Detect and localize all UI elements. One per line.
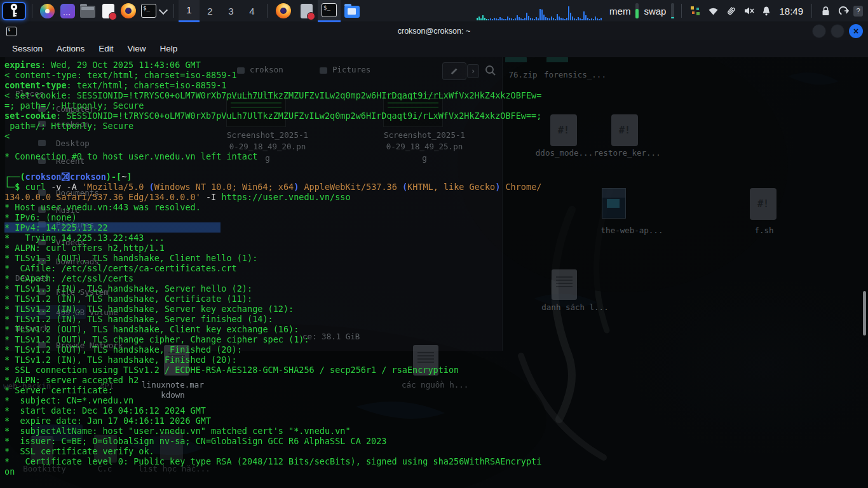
kali-menu-button[interactable] — [2, 2, 26, 20]
terminal-line: * TLSv1.2 (OUT), TLS handshake, Finished… — [4, 344, 541, 355]
panel-separator — [681, 4, 682, 18]
net-bar — [494, 18, 495, 20]
close-button[interactable]: × — [849, 24, 863, 38]
desktop-icon-label[interactable]: restore_ker... — [592, 148, 662, 158]
workspace-3[interactable]: 3 — [220, 0, 241, 22]
network-status-icon[interactable] — [706, 0, 720, 22]
desktop-icon[interactable]: #! — [550, 114, 577, 146]
swap-label: swap — [644, 6, 666, 17]
terminal-scrollbar[interactable] — [863, 291, 866, 336]
desktop-icon-label[interactable]: f.sh — [747, 226, 782, 236]
taskbar-item-text-editor[interactable] — [295, 0, 318, 22]
terminal-line: * IPv4: 14.225.13.22 — [4, 222, 541, 233]
net-bar — [515, 18, 516, 20]
kali-key-icon — [10, 3, 18, 18]
menu-session[interactable]: Session — [5, 44, 50, 53]
launcher-text-editor[interactable] — [98, 2, 118, 20]
desktop-icon[interactable]: #! — [750, 188, 776, 220]
terminal-line — [4, 161, 541, 172]
terminal-icon: $_ — [322, 3, 337, 17]
terminal-line: * issuer: C=BE; O=GlobalSign nv-sa; CN=G… — [4, 436, 541, 446]
help-indicator[interactable]: ? — [853, 6, 863, 17]
net-bar — [568, 6, 569, 20]
net-bar — [492, 19, 493, 20]
net-bar — [503, 19, 505, 20]
terminal-line: path=/; Httponly; Secure — [4, 121, 541, 131]
window-title: crokson@crokson: ~ — [0, 27, 868, 36]
net-bar — [499, 17, 501, 20]
net-bar — [522, 19, 524, 20]
desktop-icon-label[interactable]: danh sách l... — [540, 302, 610, 313]
terminal-line: * TLSv1.2 (OUT), TLS change cipher, Chan… — [4, 334, 541, 344]
net-bar — [572, 17, 573, 20]
net-bar — [528, 16, 529, 20]
window-titlebar[interactable]: $ crokson@crokson: ~ × — [0, 22, 868, 40]
launcher-code-app[interactable]: … — [57, 2, 78, 20]
window-menubar: SessionActionsEditViewHelp — [0, 40, 868, 57]
net-bar — [513, 19, 514, 20]
workspace-4[interactable]: 4 — [241, 0, 262, 22]
firefox-icon — [121, 3, 136, 18]
taskbar-item-files-blue[interactable] — [341, 0, 363, 22]
net-bar — [555, 19, 556, 20]
launcher-file-manager[interactable] — [78, 2, 98, 20]
taskbar-item-firefox[interactable] — [272, 0, 295, 22]
desktop-icon[interactable] — [552, 269, 577, 300]
mem-label: mem — [609, 6, 630, 17]
terminal-line: * TLSv1.3 (IN), TLS handshake, Server he… — [4, 283, 541, 294]
files-blue-icon — [344, 6, 360, 18]
terminal-line: content-type: text/html; charset=iso-885… — [4, 80, 541, 90]
terminal-line — [4, 141, 541, 151]
terminal-line: 134.0.0.0 Safari/537.36 Edg/134.0.0.0' -… — [4, 192, 541, 202]
net-bar — [547, 18, 548, 20]
chevron-down-icon[interactable] — [159, 5, 168, 14]
desktop-icon[interactable]: #! — [611, 114, 638, 146]
net-bar — [593, 19, 594, 20]
audio-muted-indicator[interactable] — [742, 0, 756, 22]
top-panel: … $_ 1234 $_ mem swap — [0, 0, 868, 22]
swap-usage-bar — [671, 3, 674, 18]
lock-screen-button[interactable] — [818, 0, 832, 22]
launcher-firefox[interactable] — [118, 2, 139, 20]
terminal-line: * ALPN: curl offers h2,http/1.1 — [4, 243, 541, 253]
screen: … $_ 1234 $_ mem swap — [0, 0, 868, 488]
terminal-line: expires: Wed, 29 Oct 2025 11:43:06 GMT — [4, 60, 541, 70]
launcher-kali-dragon[interactable] — [37, 2, 57, 20]
net-bar — [480, 18, 482, 20]
taskbar-item-terminal[interactable]: $_ — [318, 0, 341, 22]
net-bar — [490, 18, 491, 20]
clock[interactable]: 18:49 — [779, 6, 803, 17]
net-bar — [564, 19, 566, 20]
desktop-icon[interactable] — [546, 57, 568, 62]
terminal-content[interactable]: › croksonPictures PlacesComputercroksonD… — [0, 57, 868, 488]
net-bar — [524, 18, 526, 20]
maximize-button[interactable] — [831, 24, 844, 38]
workspace-2[interactable]: 2 — [200, 0, 220, 22]
clipboard-indicator[interactable] — [724, 0, 738, 22]
menu-edit[interactable]: Edit — [92, 44, 120, 53]
launcher-terminal[interactable]: $_ — [139, 2, 159, 20]
colored-grid-icon — [690, 6, 701, 17]
net-bar — [545, 17, 546, 20]
panel-separator — [32, 4, 32, 18]
app-indicator-icon[interactable] — [688, 0, 702, 22]
net-bar — [482, 15, 484, 20]
desktop-icon-label[interactable]: the-web-ap... — [599, 226, 665, 236]
menu-help[interactable]: Help — [153, 44, 185, 53]
menu-actions[interactable]: Actions — [50, 44, 92, 53]
terminal-window: $ crokson@crokson: ~ × SessionActionsEdi… — [0, 22, 868, 488]
kali-dragon-icon — [40, 4, 55, 18]
logout-button[interactable] — [836, 0, 850, 22]
workspace-1[interactable]: 1 — [179, 0, 200, 22]
net-bar — [520, 18, 522, 20]
net-bar — [560, 18, 562, 20]
notifications-indicator[interactable] — [759, 0, 773, 22]
desktop-icon-label[interactable]: forensics_... — [543, 70, 607, 80]
menu-view[interactable]: View — [121, 44, 153, 53]
minimize-button[interactable] — [812, 24, 826, 38]
net-bar — [583, 11, 585, 20]
desktop-icon[interactable] — [602, 188, 626, 219]
net-bar — [549, 18, 550, 20]
terminal-line: * TLSv1.2 (IN), TLS handshake, Finished … — [4, 355, 541, 365]
terminal-line: set-cookie: SESSIONID=!t7RYSC0+oLM7W0rXb… — [4, 111, 541, 121]
